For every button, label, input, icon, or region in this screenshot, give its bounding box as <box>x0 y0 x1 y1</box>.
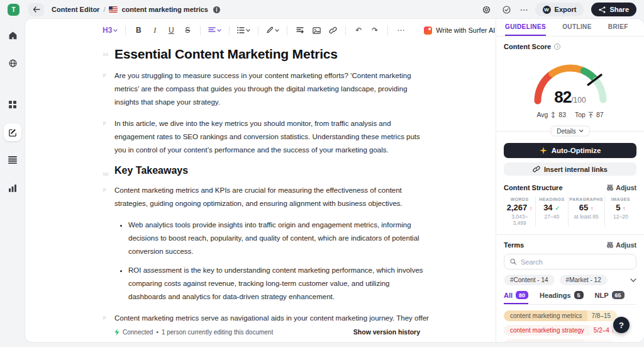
export-button[interactable]: W Export <box>535 3 584 16</box>
strikethrough-button[interactable]: S <box>180 23 194 38</box>
arrow-up-icon: ↑ <box>623 205 626 212</box>
sidebar-item-domains[interactable] <box>4 54 21 72</box>
arrow-down-icon: ↓ <box>606 342 609 343</box>
avg-score: Avg 83 <box>536 111 566 118</box>
info-icon[interactable] <box>213 6 220 13</box>
panel-tabs: GUIDELINES OUTLINE BRIEF <box>496 19 644 37</box>
score-value: 82/100 <box>504 88 636 107</box>
share-button[interactable]: Share <box>591 3 636 16</box>
topic-chip-market[interactable]: #Market - 12 <box>560 275 608 285</box>
auto-optimize-button[interactable]: Auto-Optimize <box>504 143 636 158</box>
term-chip[interactable]: content marketing efforts 7/3–4↓ <box>504 339 615 342</box>
document-title[interactable]: content marketing metrics <box>121 6 208 13</box>
insert-internal-links-button[interactable]: Insert internal links <box>504 162 636 176</box>
terms-search-input[interactable] <box>521 258 630 266</box>
sidebar-item-analytics[interactable] <box>4 179 21 196</box>
document-h1: Essential Content Marketing Metrics <box>114 47 433 62</box>
block-marker: h2 <box>103 171 108 177</box>
align-select[interactable] <box>206 23 223 38</box>
stat-images: IMAGES 5 ↑ 12–20 <box>604 196 636 227</box>
stat-label: HEADINGS <box>537 197 566 202</box>
sidebar-item-home[interactable] <box>4 26 21 44</box>
stat-range: at least 85 <box>570 213 603 220</box>
content-score-title: Content Score <box>504 43 551 50</box>
list-select[interactable] <box>235 23 252 38</box>
sidebar-item-editor[interactable] <box>4 123 21 141</box>
show-version-history-link[interactable]: Show version history <box>353 328 420 336</box>
block-marker: p <box>103 314 106 320</box>
tab-brief[interactable]: BRIEF <box>608 19 628 36</box>
term-tab-all[interactable]: All 80 <box>504 291 528 304</box>
term-tab-count: 5 <box>574 291 584 299</box>
settings-gear-icon[interactable] <box>480 3 494 16</box>
toolbar-more-button[interactable]: ⋯ <box>394 23 408 38</box>
toolbar-divider <box>229 26 230 35</box>
write-with-surfer-ai-button[interactable]: Write with Surfer AI <box>424 26 495 35</box>
content-score-gauge: 82/100 <box>504 52 636 106</box>
redo-button[interactable]: ↷ <box>368 23 382 38</box>
sidebar-item-documents[interactable] <box>4 151 21 169</box>
indent-button[interactable] <box>293 23 307 38</box>
back-button[interactable] <box>28 3 44 16</box>
avg-value: 83 <box>558 111 566 118</box>
details-label: Details <box>557 128 576 135</box>
term-tab-label: All <box>504 292 513 299</box>
top-score-icon <box>588 111 594 118</box>
paragraph: Content marketing metrics serve as navig… <box>114 312 429 326</box>
redo-icon: ↷ <box>372 26 378 35</box>
top-label: Top <box>575 111 586 118</box>
connection-status: Connected • 1 person currently editing t… <box>114 329 273 336</box>
breadcrumb-separator: / <box>103 6 105 13</box>
chevron-down-icon <box>275 29 279 32</box>
content-structure-adjust-button[interactable]: Adjust <box>607 184 636 191</box>
term-tab-nlp[interactable]: NLP 65 <box>595 291 625 304</box>
tab-guidelines[interactable]: GUIDELINES <box>505 19 546 36</box>
heading-block: h2 Key Takeaways <box>114 165 433 176</box>
term-chip[interactable]: content marketing metrics 7/8–15 <box>504 310 617 321</box>
bar-chart-icon <box>8 184 17 192</box>
underline-button[interactable]: U <box>164 23 178 38</box>
undo-icon: ↶ <box>355 26 362 35</box>
guidelines-panel: GUIDELINES OUTLINE BRIEF Content Score 8… <box>496 19 644 342</box>
link-icon <box>533 166 540 173</box>
highlight-select[interactable] <box>264 23 281 38</box>
undo-button[interactable]: ↶ <box>352 23 365 38</box>
content-structure-stats: WORDS 2,267 ↑ 3,043–3,499 HEADINGS 34 ✓ … <box>504 196 636 227</box>
insert-link-button[interactable] <box>326 23 340 38</box>
stat-label: PARAGRAPHS <box>570 197 603 202</box>
details-button[interactable]: Details <box>550 126 590 137</box>
sidebar-item-apps[interactable] <box>4 96 21 113</box>
expand-chevron-icon[interactable] <box>630 278 636 282</box>
more-icon: ⋯ <box>397 26 404 35</box>
wordpress-icon: W <box>543 6 551 14</box>
top-bar: T Content Editor / content marketing met… <box>0 0 644 19</box>
italic-button[interactable]: I <box>148 23 162 38</box>
underline-label: U <box>169 26 174 35</box>
help-button[interactable]: ? <box>613 317 630 333</box>
check-circle-icon[interactable] <box>500 3 514 16</box>
chevron-down-icon <box>113 29 118 32</box>
breadcrumb-section[interactable]: Content Editor <box>52 6 99 13</box>
details-divider: Details <box>496 123 644 139</box>
content-structure-header: Content Structure Adjust <box>504 184 636 191</box>
info-circle-icon[interactable] <box>554 43 560 50</box>
block-marker: h1 <box>103 52 108 57</box>
stat-value: 5 <box>616 203 620 212</box>
toolbar-divider <box>387 26 388 35</box>
insert-image-button[interactable] <box>309 23 323 38</box>
sliders-icon <box>607 242 613 248</box>
heading-select[interactable]: H3 <box>101 23 119 38</box>
topic-chip-content[interactable]: #Content - 14 <box>504 275 555 285</box>
term-tab-headings[interactable]: Headings 5 <box>540 291 584 304</box>
tab-outline[interactable]: OUTLINE <box>562 19 592 36</box>
workspace-logo[interactable]: T <box>8 4 19 16</box>
terms-search <box>504 254 636 270</box>
bold-button[interactable]: B <box>131 23 145 38</box>
more-options-icon[interactable]: ⋯ <box>520 5 529 14</box>
document-canvas[interactable]: h1 Essential Content Marketing Metrics p… <box>25 42 496 326</box>
term-count: 5/2–4 <box>594 327 609 334</box>
term-chip[interactable]: content marketing strategy 5/2–4↓ <box>504 325 620 336</box>
terms-adjust-button[interactable]: Adjust <box>607 241 636 249</box>
share-icon <box>599 6 606 13</box>
score-benchmarks: Avg 83 Top 87 <box>504 111 636 118</box>
